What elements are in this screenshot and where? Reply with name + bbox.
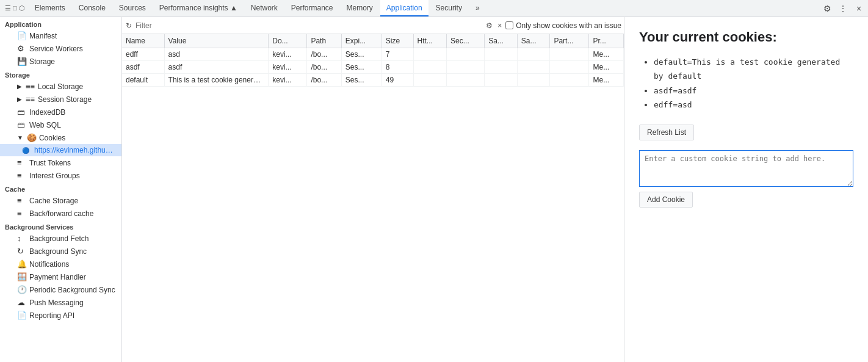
more-options-icon[interactable]: ⋮ — [836, 2, 850, 15]
sidebar: Application 📄 Manifest ⚙ Service Workers… — [0, 17, 122, 362]
only-issues-checkbox[interactable] — [505, 21, 513, 29]
sidebar-item-label: Storage — [29, 57, 55, 66]
table-row[interactable]: edffasdkevi.../bo...Ses...7Me... — [122, 48, 624, 61]
sidebar-item-local-storage[interactable]: ▶ ≡≡ Local Storage — [0, 80, 121, 93]
tab-performance-insights[interactable]: Performance insights ▲ — [153, 0, 244, 16]
devtools-toolbar: ☰ □ ⬡ Elements Console Sources Performan… — [0, 0, 868, 17]
col-name: Name — [122, 34, 164, 48]
tab-more[interactable]: » — [469, 0, 486, 16]
tab-elements[interactable]: Elements — [29, 0, 71, 16]
sidebar-item-notifications[interactable]: 🔔 Notifications — [0, 258, 121, 270]
tab-application[interactable]: Application — [380, 0, 429, 16]
cookie-table-container: Name Value Do... Path Expi... Size Htt..… — [122, 34, 624, 362]
sidebar-item-service-workers[interactable]: ⚙ Service Workers — [0, 42, 121, 55]
cache-storage-icon: ≡ — [17, 196, 27, 205]
sidebar-item-web-sql[interactable]: 🗃 Web SQL — [0, 118, 121, 131]
arrow-icon: ▶ — [17, 83, 22, 90]
tab-sources[interactable]: Sources — [113, 0, 152, 16]
col-partitioned: Part... — [550, 34, 589, 48]
sidebar-item-cache-storage[interactable]: ≡ Cache Storage — [0, 194, 121, 207]
tab-console[interactable]: Console — [73, 0, 112, 16]
sidebar-section-cache: Cache — [0, 182, 121, 194]
col-value: Value — [164, 34, 269, 48]
col-secure: Sec... — [447, 34, 485, 48]
sidebar-section-application: Application — [0, 17, 121, 29]
payment-handler-icon: 🪟 — [17, 272, 27, 281]
sidebar-section-storage: Storage — [0, 68, 121, 80]
sidebar-item-periodic-bg-sync[interactable]: 🕐 Periodic Background Sync — [0, 283, 121, 296]
sidebar-item-indexeddb[interactable]: 🗃 IndexedDB — [0, 106, 121, 118]
sidebar-item-back-forward-cache[interactable]: ≡ Back/forward cache — [0, 207, 121, 220]
bg-sync-icon: ↻ — [17, 247, 27, 256]
cookies-icon: 🍪 — [27, 133, 37, 142]
sidebar-item-label: Session Storage — [38, 95, 92, 104]
sidebar-item-storage[interactable]: 💾 Storage — [0, 55, 121, 68]
col-samesite2: Sa... — [517, 34, 550, 48]
tab-memory[interactable]: Memory — [341, 0, 379, 16]
sidebar-item-label: https://kevinmeh.github.io — [34, 146, 117, 154]
sidebar-item-trust-tokens[interactable]: ≡ Trust Tokens — [0, 156, 121, 169]
sidebar-item-bg-sync[interactable]: ↻ Background Sync — [0, 245, 121, 258]
filter-bar: ↻ ⚙ × Only show cookies with an issue — [122, 17, 624, 34]
sidebar-item-label: Cache Storage — [29, 197, 78, 205]
info-title: Your current cookies: — [639, 29, 853, 45]
only-issues-label: Only show cookies with an issue — [516, 21, 621, 30]
tab-security[interactable]: Security — [430, 0, 468, 16]
tab-performance[interactable]: Performance — [285, 0, 339, 16]
sidebar-item-label: Background Sync — [29, 247, 87, 256]
notifications-icon: 🔔 — [17, 259, 27, 269]
filter-options-icon[interactable]: ⚙ — [485, 20, 494, 31]
sidebar-item-label: Cookies — [39, 134, 65, 142]
sidebar-item-bg-fetch[interactable]: ↕ Background Fetch — [0, 232, 121, 245]
cookie-panel: ↻ ⚙ × Only show cookies with an issue Na… — [122, 17, 624, 362]
only-issues-filter[interactable]: Only show cookies with an issue — [505, 21, 621, 30]
devtools-icons: ☰ □ ⬡ — [2, 4, 27, 12]
sidebar-item-session-storage[interactable]: ▶ ≡≡ Session Storage — [0, 93, 121, 106]
sidebar-item-manifest[interactable]: 📄 Manifest — [0, 29, 121, 42]
sidebar-item-reporting-api[interactable]: 📄 Reporting API — [0, 309, 121, 322]
cookie-table: Name Value Do... Path Expi... Size Htt..… — [122, 34, 624, 87]
sidebar-item-cookies-url[interactable]: 🔵 https://kevinmeh.github.io — [0, 144, 121, 156]
table-row[interactable]: defaultThis is a test cookie generated b… — [122, 74, 624, 87]
col-samesite1: Sa... — [485, 34, 518, 48]
sidebar-item-push-messaging[interactable]: ☁ Push Messaging — [0, 296, 121, 309]
sidebar-item-label: Payment Handler — [29, 273, 86, 281]
sidebar-item-label: Interest Groups — [29, 172, 80, 180]
sidebar-item-label: Reporting API — [29, 311, 74, 320]
tab-network[interactable]: Network — [245, 0, 284, 16]
arrow-icon: ▼ — [17, 134, 23, 141]
sidebar-section-background: Background Services — [0, 220, 121, 232]
sidebar-item-label: Push Messaging — [29, 299, 84, 307]
web-sql-icon: 🗃 — [17, 120, 27, 129]
sidebar-item-label: Notifications — [29, 260, 69, 269]
filter-input[interactable] — [136, 21, 482, 30]
settings-icon[interactable]: ⚙ — [820, 2, 834, 15]
col-priority: Pr... — [589, 34, 624, 48]
sidebar-item-label: Manifest — [29, 32, 57, 40]
list-item: asdf=asdf — [654, 84, 853, 98]
sidebar-item-label: Background Fetch — [29, 234, 89, 243]
clear-filter-icon[interactable]: × — [496, 20, 503, 31]
cookie-input[interactable] — [639, 150, 853, 187]
sidebar-item-cookies[interactable]: ▼ 🍪 Cookies — [0, 131, 121, 144]
local-storage-icon: ≡≡ — [26, 82, 35, 91]
sidebar-item-interest-groups[interactable]: ≡ Interest Groups — [0, 169, 121, 182]
cookie-url-icon: 🔵 — [22, 147, 32, 154]
sidebar-item-label: Trust Tokens — [29, 159, 71, 167]
arrow-icon: ▶ — [17, 96, 22, 103]
add-cookie-button[interactable]: Add Cookie — [639, 192, 693, 208]
bg-fetch-icon: ↕ — [17, 234, 27, 243]
close-icon[interactable]: × — [852, 2, 866, 15]
sidebar-item-label: Back/forward cache — [29, 209, 93, 218]
refresh-filter-icon[interactable]: ↻ — [125, 20, 133, 31]
back-forward-cache-icon: ≡ — [17, 209, 27, 218]
sidebar-item-payment-handler[interactable]: 🪟 Payment Handler — [0, 270, 121, 283]
sidebar-item-label: Web SQL — [29, 121, 61, 129]
table-row[interactable]: asdfasdfkevi.../bo...Ses...8Me... — [122, 61, 624, 74]
list-item: edff=asd — [654, 98, 853, 112]
sidebar-item-label: Local Storage — [38, 82, 83, 91]
col-expires: Expi... — [341, 34, 382, 48]
col-size: Size — [382, 34, 413, 48]
refresh-list-button[interactable]: Refresh List — [639, 125, 694, 140]
reporting-api-icon: 📄 — [17, 311, 27, 320]
